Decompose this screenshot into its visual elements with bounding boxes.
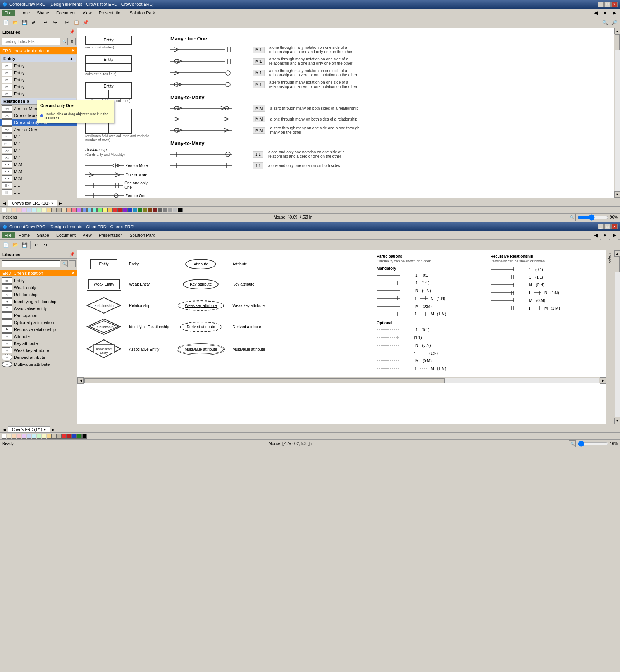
cs-green[interactable] [97, 208, 102, 212]
sidebar-optional-participation[interactable]: - - Optional participation [0, 319, 77, 326]
scroll-thumb-2[interactable] [615, 257, 620, 272]
sidebar-participation[interactable]: — Participation [0, 312, 77, 319]
sidebar-assoc-entity[interactable]: ⬡ Associative entity [0, 305, 77, 312]
sidebar-item-entity-1[interactable]: ▭ Entity [0, 62, 77, 69]
cs2-ltcyan[interactable] [32, 434, 36, 439]
nav-btn-2b[interactable]: ● [601, 231, 609, 240]
cs2-gray1[interactable] [52, 434, 57, 439]
tb-zoom-out[interactable]: 🔍 [601, 18, 609, 27]
color-swatch-ltcyan[interactable] [32, 208, 36, 212]
search-input-2[interactable] [2, 260, 60, 267]
sidebar-pin-2[interactable]: 📌 [69, 252, 75, 257]
sidebar-weak-entity-chen[interactable]: ▭ Weak entity [0, 284, 77, 291]
sidebar-item-m1-3[interactable]: >○ M:1 [0, 147, 77, 154]
tb2-redo[interactable]: ↪ [41, 241, 50, 249]
sidebar-item-m1-2[interactable]: ○<— M:1 [0, 140, 77, 147]
cs-dkpurple[interactable] [122, 208, 127, 212]
nav-btn-3[interactable]: ▶ [610, 9, 618, 17]
cs2-ltgreen[interactable] [37, 434, 41, 439]
cs-salmon[interactable] [67, 208, 72, 212]
cs2-dkred[interactable] [67, 434, 72, 439]
sidebar-recursive-rel[interactable]: ↻ Recursive relationship [0, 326, 77, 333]
cs-orange[interactable] [47, 208, 52, 212]
tab-nav-left-2[interactable]: ◀ [2, 427, 8, 432]
search-button-1[interactable]: 🔍 [61, 38, 68, 45]
nav-btn-2a[interactable]: ◀ [591, 231, 600, 240]
sidebar-identifying-rel[interactable]: ◈ Identifying relationship [0, 298, 77, 305]
menu-home-2[interactable]: Home [16, 232, 33, 238]
entity-section-header[interactable]: Entity ▲ [1, 55, 76, 62]
tab-dropdown-2[interactable]: ▾ [44, 427, 46, 432]
cs-red[interactable] [112, 208, 117, 212]
menu-solution-1[interactable]: Solution Park [126, 10, 158, 16]
hscrollbar-2[interactable]: ◀ ▶ [78, 377, 606, 383]
grid-view-btn-2[interactable]: ⊞ [69, 260, 76, 267]
canvas-1[interactable]: Entity (with no attributes) Entity (with… [78, 28, 614, 198]
tb-zoom-in[interactable]: 🔎 [610, 18, 618, 27]
scroll-right-2[interactable]: ▶ [600, 377, 606, 384]
nav-btn-2[interactable]: ● [601, 9, 609, 17]
cs-yellow[interactable] [102, 208, 107, 212]
color-swatch-white[interactable] [2, 208, 6, 212]
cs2-ltblue[interactable] [27, 434, 31, 439]
menu-shape-2[interactable]: Shape [34, 232, 52, 238]
color-swatch-ltgreen[interactable] [37, 208, 41, 212]
menu-solution-2[interactable]: Solution Park [126, 232, 158, 238]
sidebar-item-m1-1[interactable]: >— M:1 [0, 133, 77, 140]
zoom-out-btn-2[interactable]: 🔍 [569, 440, 576, 447]
menu-file-2[interactable]: File [2, 232, 15, 238]
close-btn-1[interactable]: ✕ [611, 2, 618, 7]
tab-nav-right-1[interactable]: ▶ [57, 200, 64, 206]
search-input-1[interactable] [2, 38, 60, 45]
minimize-btn-2[interactable]: _ [598, 224, 604, 229]
nav-btn-1[interactable]: ◀ [591, 9, 600, 17]
cs2-peach[interactable] [12, 434, 16, 439]
cs2-black[interactable] [82, 434, 87, 439]
cs-gray4[interactable] [168, 208, 172, 212]
cs-gray2[interactable] [57, 208, 62, 212]
cs-gold[interactable] [107, 208, 112, 212]
cs2-red[interactable] [62, 434, 67, 439]
tab-chen[interactable]: Chen's ERD (1/1) ▾ [8, 426, 50, 432]
scroll-left-2[interactable]: ◀ [78, 377, 84, 384]
cs2-white[interactable] [2, 434, 6, 439]
sidebar-item-entity-5[interactable]: ▭ Entity [0, 90, 77, 97]
tab-dropdown-1[interactable]: ▾ [51, 201, 53, 205]
menu-document-2[interactable]: Document [53, 232, 79, 238]
sidebar-item-entity-2[interactable]: ▭ Entity [0, 69, 77, 76]
menu-presentation-2[interactable]: Presentation [96, 232, 126, 238]
cs-blue[interactable] [82, 208, 87, 212]
tb-new[interactable]: 📄 [2, 18, 10, 27]
cs2-pink[interactable] [17, 434, 21, 439]
cs2-orange[interactable] [47, 434, 52, 439]
sidebar-multivalue-attr[interactable]: ○ Multivalue attribute [0, 361, 77, 368]
color-swatch-ltyellow[interactable] [42, 208, 46, 212]
maximize-btn-2[interactable]: □ [604, 224, 611, 229]
color-swatch-lavender[interactable] [22, 208, 26, 212]
cs-gray5[interactable] [173, 208, 177, 212]
cs-dkred[interactable] [117, 208, 122, 212]
cs2-gray2[interactable] [57, 434, 62, 439]
pages-tab[interactable]: Pages [608, 252, 613, 265]
close-btn-2[interactable]: ✕ [611, 224, 618, 229]
cs-dkgray[interactable] [158, 208, 162, 212]
sidebar-weak-key-attr[interactable]: ○ Weak key attribute [0, 347, 77, 354]
cs-brown[interactable] [148, 208, 152, 212]
tab-nav-right-2[interactable]: ▶ [50, 427, 56, 432]
scroll-up-1[interactable]: ▲ [614, 28, 620, 34]
menu-view-2[interactable]: View [79, 232, 95, 238]
tb-save[interactable]: 💾 [20, 18, 29, 27]
color-swatch-ltblue[interactable] [27, 208, 31, 212]
grid-view-btn-1[interactable]: ⊞ [69, 38, 76, 45]
library-close-1[interactable]: ✕ [71, 48, 75, 53]
menu-shape-1[interactable]: Shape [34, 10, 52, 16]
tb-undo[interactable]: ↩ [41, 18, 50, 27]
cs-dkgreen[interactable] [138, 208, 142, 212]
tb2-new[interactable]: 📄 [2, 241, 10, 249]
cs2-ltyellow[interactable] [42, 434, 46, 439]
tab-crowfoot[interactable]: Crow's foot ERD (1/1) ▾ [8, 200, 57, 206]
menu-file-1[interactable]: File [2, 10, 15, 16]
tb-redo[interactable]: ↪ [51, 18, 59, 27]
cs2-blue[interactable] [72, 434, 77, 439]
search-button-2[interactable]: 🔍 [61, 260, 68, 267]
